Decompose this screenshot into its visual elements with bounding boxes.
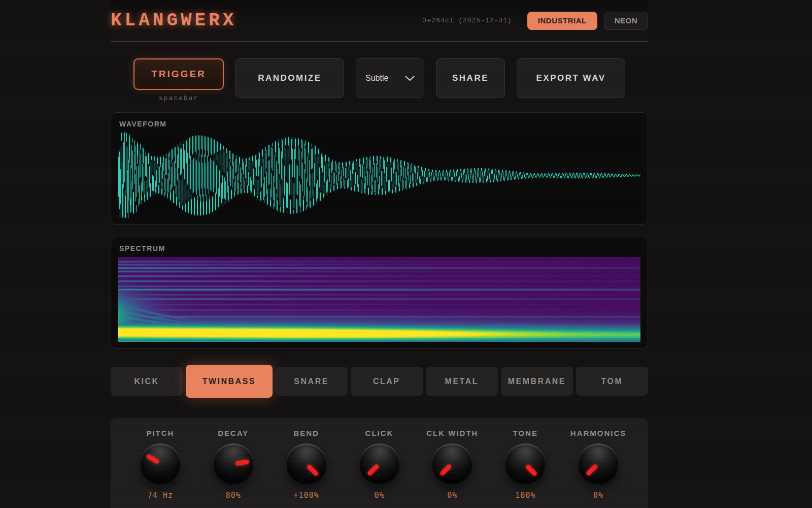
tab-membrane[interactable]: MEMBRANE: [501, 367, 573, 396]
knob-label: PITCH: [146, 429, 174, 437]
knob-col-tone: TONE 100%: [489, 429, 562, 508]
knob-pointer: [351, 435, 408, 492]
knob-pointer: [497, 435, 554, 492]
tab-kick[interactable]: KICK: [111, 367, 183, 396]
synth-app: KLANGWERX 3e264c1 (2025-12-31) INDUSTRIA…: [111, 0, 648, 508]
randomize-intensity-select[interactable]: Subtle: [356, 58, 424, 98]
tab-snare[interactable]: SNARE: [276, 367, 348, 396]
knob-col-click: CLICK 0%: [343, 429, 416, 508]
knob-bend[interactable]: [286, 443, 327, 484]
knob-col-bend: BEND +100%: [270, 429, 343, 508]
spectrum-label: SPECTRUM: [119, 244, 640, 252]
chevron-down-icon: [405, 76, 415, 81]
tab-metal[interactable]: METAL: [426, 367, 498, 396]
toolbar: TRIGGER spacebar RANDOMIZE Subtle SHARE …: [111, 58, 648, 102]
knob-panel: PITCH 74 Hz DECAY 80% BEND +100% CLICK 0…: [111, 418, 648, 508]
spectrum-panel: SPECTRUM: [111, 237, 648, 348]
waveform-canvas: [118, 133, 640, 218]
share-button[interactable]: SHARE: [436, 58, 505, 98]
knob-pointer: [570, 435, 627, 492]
spectrum-canvas: [118, 257, 640, 342]
waveform-panel: WAVEFORM: [111, 112, 648, 225]
version-text: 3e264c1 (2025-12-31): [423, 17, 512, 24]
trigger-button[interactable]: TRIGGER: [133, 58, 224, 90]
knob-click[interactable]: [359, 443, 400, 484]
knob-value: 80%: [226, 491, 241, 500]
trigger-group: TRIGGER spacebar: [133, 58, 224, 102]
header: KLANGWERX 3e264c1 (2025-12-31) INDUSTRIA…: [111, 0, 648, 42]
knob-pointer: [132, 436, 188, 492]
knob-pointer: [424, 435, 481, 492]
tab-twinbass[interactable]: TWINBASS: [186, 365, 273, 398]
drum-model-tabs: KICK TWINBASS SNARE CLAP METAL MEMBRANE …: [111, 367, 648, 396]
theme-toggle-industrial[interactable]: INDUSTRIAL: [527, 12, 597, 30]
knob-pitch[interactable]: [140, 443, 181, 484]
knob-decay[interactable]: [213, 443, 254, 484]
trigger-hint: spacebar: [159, 94, 198, 102]
intensity-selected-value: Subtle: [365, 74, 388, 83]
tab-clap[interactable]: CLAP: [351, 367, 423, 396]
app-logo: KLANGWERX: [111, 10, 236, 31]
knob-col-harmonics: HARMONICS 0%: [562, 429, 635, 508]
knob-tone[interactable]: [505, 443, 546, 484]
knob-col-clk-width: CLK WIDTH 0%: [416, 429, 489, 508]
export-wav-button[interactable]: EXPORT WAV: [517, 58, 625, 98]
waveform-label: WAVEFORM: [119, 120, 640, 128]
theme-toggle-neon[interactable]: NEON: [604, 12, 648, 30]
knob-harmonics[interactable]: [578, 443, 619, 484]
knob-col-decay: DECAY 80%: [197, 429, 270, 508]
knob-pointer: [278, 435, 335, 492]
knob-col-pitch: PITCH 74 Hz: [124, 429, 197, 508]
tab-tom[interactable]: TOM: [576, 367, 648, 396]
knob-label: DECAY: [218, 429, 249, 437]
knob-clk-width[interactable]: [432, 443, 472, 484]
knob-pointer: [210, 440, 257, 487]
knob-value: 74 Hz: [148, 491, 173, 500]
randomize-button[interactable]: RANDOMIZE: [235, 58, 344, 98]
